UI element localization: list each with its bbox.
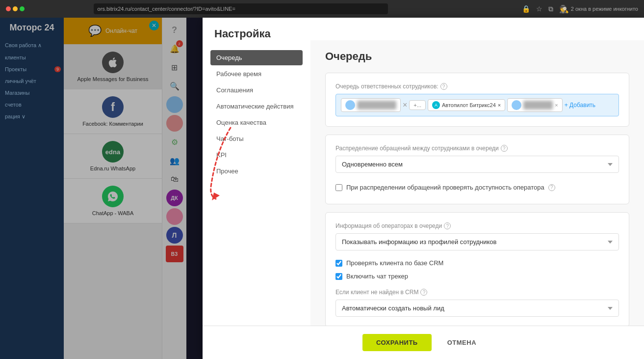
nav-queue[interactable]: Очередь [210, 50, 303, 65]
nav-quality[interactable]: Оценка качества [210, 115, 303, 130]
url-text: ors.bitrix24.ru/contact_center/connector… [98, 6, 235, 12]
nav-chatbots[interactable]: Чат-боты [210, 131, 303, 146]
member-avatar-2 [512, 100, 521, 110]
nav-agreements[interactable]: Соглашения [210, 83, 303, 98]
operators-label: Информация об операторах в очереди ? [335, 222, 619, 229]
dialog-overlay: Настройка Очередь Рабочее время Соглашен… [0, 18, 644, 359]
operators-select[interactable]: Показывать информацию из профилей сотруд… [335, 233, 619, 250]
queue-members-section: Очередь ответственных сотрудников: ? × +… [325, 73, 629, 127]
crm-check-row: Проверять клиента по базе CRM [335, 256, 619, 270]
member-name-2 [523, 101, 553, 110]
browser-actions: 🔒 ☆ ⧉ 🕵 2 окна в режиме инкогнито [522, 4, 638, 14]
nav-other[interactable]: Прочее [210, 164, 303, 179]
star-icon[interactable]: ☆ [536, 5, 542, 13]
operators-section: Информация об операторах в очереди ? Пок… [325, 212, 629, 326]
browser-dots [6, 6, 25, 11]
crm-not-found-help[interactable]: ? [420, 289, 427, 296]
crm-label: Проверять клиента по базе CRM [346, 259, 443, 267]
operators-help-icon[interactable]: ? [444, 222, 451, 229]
distribution-section: Распределение обращений между сотрудника… [325, 135, 629, 204]
remove-autopilot[interactable]: × [498, 102, 501, 108]
dialog-footer: СОХРАНИТЬ ОТМЕНА [203, 326, 644, 359]
availability-checkbox[interactable] [335, 184, 342, 191]
incognito-badge: 🕵 2 окна в режиме инкогнито [559, 4, 638, 14]
dialog-content: Очередь Очередь ответственных сотруднико… [310, 40, 644, 326]
distribution-label: Распределение обращений между сотрудника… [335, 145, 619, 152]
browser-chrome: ors.bitrix24.ru/contact_center/connector… [0, 0, 644, 18]
remove-member-2[interactable]: × [555, 102, 558, 108]
dialog-panel: Настройка Очередь Рабочее время Соглашен… [203, 18, 644, 359]
add-member-button[interactable]: + Добавить [565, 102, 595, 109]
member-tag-1 [341, 98, 401, 112]
main-wrapper: Моторс 24 Своя работа ∧ клиенты Проекты … [0, 18, 644, 359]
availability-label: При распределении обращений проверять до… [346, 184, 544, 191]
tracker-checkbox[interactable] [335, 273, 342, 280]
window-icon[interactable]: ⧉ [548, 5, 553, 13]
cancel-button[interactable]: ОТМЕНА [439, 334, 484, 351]
minimize-dot[interactable] [13, 6, 18, 11]
crm-not-found-select[interactable]: Автоматически создать новый лид [335, 300, 619, 317]
member-tag-2: × [507, 98, 562, 112]
distribution-select[interactable]: Одновременно всем [335, 156, 619, 173]
dialog-body: Очередь Рабочее время Соглашения Автомат… [203, 40, 644, 326]
nav-work-time[interactable]: Рабочее время [210, 66, 303, 82]
member-tag-extra: +... [409, 100, 426, 110]
member-name-1 [357, 101, 396, 110]
dialog-title: Настройка [203, 18, 644, 40]
autopilot-label: Автопилот Битрикс24 [442, 102, 496, 108]
maximize-dot[interactable] [20, 6, 25, 11]
availability-help-icon[interactable]: ? [548, 184, 555, 191]
dialog-nav: Очередь Рабочее время Соглашения Автомат… [203, 40, 310, 326]
save-button[interactable]: СОХРАНИТЬ [362, 334, 432, 351]
content-title: Очередь [325, 50, 629, 63]
address-bar[interactable]: ors.bitrix24.ru/contact_center/connector… [94, 3, 388, 14]
distribution-help-icon[interactable]: ? [501, 145, 508, 152]
privacy-icon: 🔒 [522, 5, 530, 13]
tracker-label: Включить чат трекер [346, 273, 408, 280]
queue-help-icon[interactable]: ? [440, 83, 447, 90]
crm-checkbox[interactable] [335, 260, 342, 267]
nav-kpi[interactable]: KPI [210, 147, 303, 163]
close-dot[interactable] [6, 6, 11, 11]
member-avatar-1 [345, 100, 355, 110]
queue-members-bar[interactable]: × +... A Автопилот Битрикс24 × [335, 94, 619, 116]
autopilot-tag: A Автопилот Битрикс24 × [428, 99, 505, 111]
autopilot-icon: A [432, 101, 440, 109]
remove-member-1[interactable]: × [403, 101, 407, 110]
dialog-spacer [0, 18, 203, 359]
crm-not-found-label: Если клиент не найден в CRM ? [335, 289, 619, 296]
nav-auto-actions[interactable]: Автоматические действия [210, 99, 303, 114]
queue-members-label: Очередь ответственных сотрудников: ? [335, 83, 619, 90]
availability-check-row: При распределении обращений проверять до… [335, 181, 619, 194]
tracker-check-row: Включить чат трекер [335, 270, 619, 283]
